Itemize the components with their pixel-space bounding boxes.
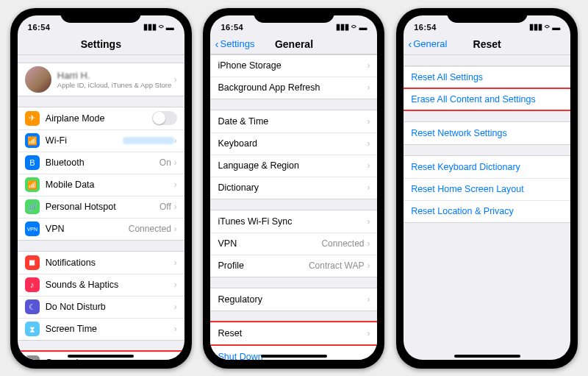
settings-row-reset-all-settings[interactable]: Reset All Settings bbox=[404, 66, 570, 88]
settings-row-itunes-wi-fi-sync[interactable]: iTunes Wi-Fi Sync› bbox=[210, 210, 377, 233]
profile-name: Harri H. bbox=[57, 70, 174, 81]
toggle[interactable] bbox=[152, 111, 177, 125]
row-label: General bbox=[46, 358, 174, 360]
wifi-icon: ⌔ bbox=[159, 23, 164, 32]
row-label: Do Not Disturb bbox=[46, 302, 174, 312]
wifi-icon: ⌔ bbox=[351, 23, 356, 32]
settings-row-reset-location-privacy[interactable]: Reset Location & Privacy bbox=[404, 200, 570, 222]
row-icon: 🔗 bbox=[25, 199, 40, 214]
settings-row-vpn[interactable]: VPNVPNConnected› bbox=[18, 218, 184, 240]
row-label: Dictionary bbox=[218, 182, 367, 193]
row-label: Regulatory bbox=[218, 294, 367, 305]
row-icon: ☾ bbox=[25, 299, 40, 314]
settings-row-wi-fi[interactable]: 📶Wi-Fi› bbox=[18, 130, 184, 152]
settings-row-reset-keyboard-dictionary[interactable]: Reset Keyboard Dictionary bbox=[404, 156, 570, 178]
row-label: Sounds & Haptics bbox=[46, 280, 174, 290]
settings-row-personal-hotspot[interactable]: 🔗Personal HotspotOff› bbox=[18, 196, 184, 218]
row-icon: ◼ bbox=[25, 255, 40, 270]
signal-icon: ▮▮▮ bbox=[336, 22, 349, 32]
settings-row-background-app-refresh[interactable]: Background App Refresh› bbox=[210, 77, 377, 99]
clock: 16:54 bbox=[414, 23, 437, 32]
status-icons: ▮▮▮⌔▬ bbox=[336, 22, 367, 32]
settings-row-reset[interactable]: Reset› bbox=[210, 322, 377, 344]
chevron-right-icon: › bbox=[174, 258, 177, 268]
row-icon: ⚙ bbox=[25, 355, 40, 360]
nav-title: Reset bbox=[473, 38, 501, 50]
settings-row-reset-network-settings[interactable]: Reset Network Settings bbox=[404, 122, 570, 144]
chevron-right-icon: › bbox=[367, 238, 370, 249]
row-label: Bluetooth bbox=[46, 157, 159, 168]
row-label: Notifications bbox=[46, 258, 174, 268]
back-button[interactable]: ‹Settings bbox=[215, 33, 254, 55]
row-label: VPN bbox=[46, 224, 129, 234]
row-label: Keyboard bbox=[218, 138, 367, 149]
chevron-right-icon: › bbox=[174, 74, 177, 85]
row-label: Erase All Content and Settings bbox=[411, 94, 563, 104]
settings-row-screen-time[interactable]: ⧗Screen Time› bbox=[18, 318, 184, 340]
chevron-right-icon: › bbox=[367, 216, 370, 227]
chevron-right-icon: › bbox=[367, 260, 370, 271]
settings-row-profile[interactable]: ProfileContract WAP› bbox=[210, 255, 377, 277]
chevron-right-icon: › bbox=[174, 302, 177, 312]
battery-icon: ▬ bbox=[359, 23, 367, 32]
row-label: Personal Hotspot bbox=[46, 202, 159, 212]
settings-row-sounds-haptics[interactable]: ♪Sounds & Haptics› bbox=[18, 274, 184, 296]
row-icon: 📶 bbox=[25, 133, 40, 148]
chevron-left-icon: ‹ bbox=[408, 33, 412, 55]
row-value: Contract WAP bbox=[309, 260, 365, 271]
row-icon: 📶 bbox=[25, 177, 40, 192]
row-icon: ⧗ bbox=[25, 322, 40, 336]
settings-row-bluetooth[interactable]: BBluetoothOn› bbox=[18, 152, 184, 174]
profile-sub: Apple ID, iCloud, iTunes & App Store bbox=[57, 81, 174, 89]
chevron-right-icon: › bbox=[367, 60, 370, 71]
settings-row-date-time[interactable]: Date & Time› bbox=[210, 110, 377, 132]
settings-row-erase-all-content-and-settings[interactable]: Erase All Content and Settings bbox=[404, 88, 570, 110]
settings-row-airplane-mode[interactable]: ✈Airplane Mode bbox=[18, 107, 184, 130]
settings-row-language-region[interactable]: Language & Region› bbox=[210, 155, 377, 177]
notch bbox=[254, 8, 334, 23]
row-label: Reset bbox=[218, 328, 367, 338]
iphone-general: 16:54 ▮▮▮⌔▬ ‹Settings General iPhone Sto… bbox=[203, 8, 384, 369]
home-indicator[interactable] bbox=[68, 355, 134, 358]
chevron-right-icon: › bbox=[174, 224, 177, 234]
chevron-right-icon: › bbox=[174, 180, 177, 190]
settings-row-iphone-storage[interactable]: iPhone Storage› bbox=[210, 54, 377, 77]
nav-header: ‹Settings General bbox=[210, 33, 377, 55]
status-icons: ▮▮▮⌔▬ bbox=[529, 22, 560, 32]
chevron-right-icon: › bbox=[367, 160, 370, 171]
settings-row-vpn[interactable]: VPNConnected› bbox=[210, 233, 377, 255]
row-icon: VPN bbox=[25, 221, 40, 236]
row-label: Date & Time bbox=[218, 116, 367, 127]
settings-row-dictionary[interactable]: Dictionary› bbox=[210, 177, 377, 199]
iphone-settings: 16:54 ▮▮▮⌔▬ Settings Harri H. Apple ID, … bbox=[10, 8, 192, 369]
row-label: Reset Location & Privacy bbox=[411, 206, 563, 216]
clock: 16:54 bbox=[28, 23, 51, 32]
clock: 16:54 bbox=[220, 23, 243, 32]
home-indicator[interactable] bbox=[454, 355, 520, 358]
row-label: Mobile Data bbox=[46, 180, 174, 190]
apple-id-row[interactable]: Harri H. Apple ID, iCloud, iTunes & App … bbox=[18, 63, 184, 96]
chevron-right-icon: › bbox=[367, 294, 370, 305]
settings-row-regulatory[interactable]: Regulatory› bbox=[210, 288, 377, 311]
settings-row-keyboard[interactable]: Keyboard› bbox=[210, 132, 377, 155]
settings-row-do-not-disturb[interactable]: ☾Do Not Disturb› bbox=[18, 296, 184, 318]
nav-title: Settings bbox=[18, 33, 184, 55]
back-button[interactable]: ‹General bbox=[408, 33, 447, 55]
signal-icon: ▮▮▮ bbox=[529, 22, 542, 32]
chevron-right-icon: › bbox=[174, 157, 177, 168]
settings-row-reset-home-screen-layout[interactable]: Reset Home Screen Layout bbox=[404, 178, 570, 200]
row-label: Reset Network Settings bbox=[411, 128, 563, 138]
home-indicator[interactable] bbox=[261, 355, 327, 358]
settings-row-mobile-data[interactable]: 📶Mobile Data› bbox=[18, 174, 184, 196]
row-value: Off bbox=[159, 202, 171, 212]
row-label: iPhone Storage bbox=[218, 60, 367, 71]
settings-row-notifications[interactable]: ◼Notifications› bbox=[18, 252, 184, 274]
chevron-right-icon: › bbox=[367, 116, 370, 127]
chevron-right-icon: › bbox=[367, 328, 370, 338]
chevron-left-icon: ‹ bbox=[215, 33, 218, 55]
row-label: Wi-Fi bbox=[46, 135, 123, 146]
row-label: Background App Refresh bbox=[218, 82, 367, 93]
settings-row-shut-down[interactable]: Shut Down bbox=[210, 346, 377, 360]
status-icons: ▮▮▮⌔▬ bbox=[143, 22, 174, 32]
battery-icon: ▬ bbox=[552, 23, 560, 32]
